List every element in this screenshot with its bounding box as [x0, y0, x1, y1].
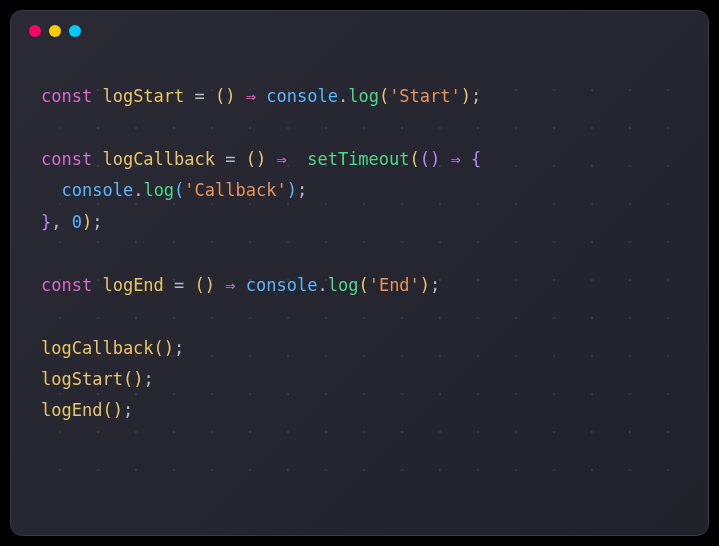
code-token: (	[410, 149, 420, 169]
code-token: ;	[92, 212, 102, 232]
code-token: ;	[430, 275, 440, 295]
code-token: (	[102, 400, 112, 420]
code-line: console.log('Callback');	[41, 175, 678, 206]
code-token: .	[317, 275, 327, 295]
code-token: (	[420, 149, 430, 169]
code-token: ⇒	[451, 149, 471, 169]
code-token: =	[195, 86, 215, 106]
code-token	[41, 180, 61, 200]
window-titlebar	[11, 11, 708, 51]
code-token: (	[379, 86, 389, 106]
code-token: ;	[123, 400, 133, 420]
maximize-icon[interactable]	[69, 25, 81, 37]
code-line: }, 0);	[41, 207, 678, 238]
code-token: console	[266, 86, 338, 106]
code-token: const	[41, 275, 102, 295]
code-editor[interactable]: const logStart = () ⇒ console.log('Start…	[11, 51, 708, 457]
code-token: )	[225, 86, 245, 106]
code-token: .	[133, 180, 143, 200]
code-token: {	[471, 149, 481, 169]
code-token: (	[123, 369, 133, 389]
editor-window: const logStart = () ⇒ console.log('Start…	[10, 10, 709, 536]
code-token: 'Start'	[389, 86, 461, 106]
code-token: 'End'	[369, 275, 420, 295]
code-token: =	[174, 275, 194, 295]
code-line	[41, 301, 678, 332]
code-token: )	[287, 180, 297, 200]
code-token: )	[256, 149, 276, 169]
code-token: }	[41, 212, 51, 232]
code-token: ;	[471, 86, 481, 106]
close-icon[interactable]	[29, 25, 41, 37]
code-token: ;	[174, 338, 184, 358]
code-token: log	[143, 180, 174, 200]
code-token: (	[154, 338, 164, 358]
code-token: ⇒	[276, 149, 307, 169]
code-token: console	[246, 275, 318, 295]
code-token: (	[195, 275, 205, 295]
code-line: logEnd();	[41, 395, 678, 426]
code-line: logStart();	[41, 364, 678, 395]
code-token: )	[461, 86, 471, 106]
code-token: ;	[143, 369, 153, 389]
code-token: (	[174, 180, 184, 200]
code-line: const logCallback = () ⇒ setTimeout(() ⇒…	[41, 144, 678, 175]
code-token: log	[328, 275, 359, 295]
code-token: )	[420, 275, 430, 295]
code-token: setTimeout	[307, 149, 409, 169]
code-line: const logStart = () ⇒ console.log('Start…	[41, 81, 678, 112]
code-token: console	[61, 180, 133, 200]
code-token: (	[246, 149, 256, 169]
code-line: const logEnd = () ⇒ console.log('End');	[41, 270, 678, 301]
code-token: const	[41, 86, 102, 106]
code-token: ;	[297, 180, 307, 200]
code-token: logCallback	[41, 338, 154, 358]
code-line	[41, 238, 678, 269]
code-token: .	[338, 86, 348, 106]
code-token: 'Callback'	[184, 180, 286, 200]
minimize-icon[interactable]	[49, 25, 61, 37]
code-token: logCallback	[102, 149, 225, 169]
code-token: =	[225, 149, 245, 169]
code-token: ,	[51, 212, 71, 232]
code-token: )	[133, 369, 143, 389]
code-token: (	[358, 275, 368, 295]
code-token: logStart	[41, 369, 123, 389]
code-token: )	[113, 400, 123, 420]
code-token: ⇒	[246, 86, 266, 106]
code-token: ⇒	[225, 275, 245, 295]
code-token: )	[82, 212, 92, 232]
code-token: (	[215, 86, 225, 106]
code-token: logEnd	[41, 400, 102, 420]
code-line	[41, 112, 678, 143]
code-token: )	[430, 149, 450, 169]
code-token: logEnd	[102, 275, 174, 295]
code-token: log	[348, 86, 379, 106]
code-token: )	[205, 275, 225, 295]
code-token: )	[164, 338, 174, 358]
code-token: 0	[72, 212, 82, 232]
code-token: logStart	[102, 86, 194, 106]
code-token: const	[41, 149, 102, 169]
code-line: logCallback();	[41, 333, 678, 364]
